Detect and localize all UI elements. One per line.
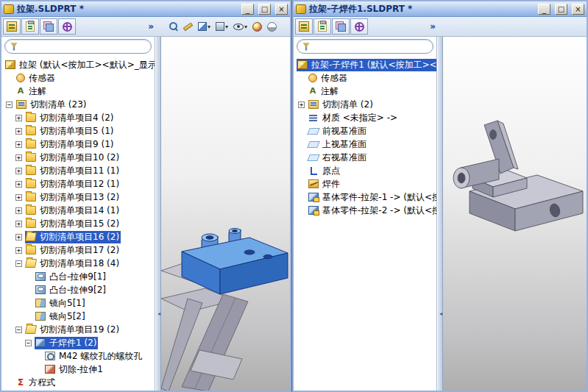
folder-open-icon <box>25 325 37 334</box>
expand-icon[interactable]: + <box>15 221 22 227</box>
featuremanager-tree-tab[interactable] <box>3 18 21 35</box>
expand-icon[interactable]: + <box>15 181 22 188</box>
solidworks-part-icon <box>296 4 306 14</box>
heads-up-view-toolbar: ▾ ▾ ▾ <box>167 18 279 35</box>
configurationmanager-tab[interactable] <box>332 18 350 35</box>
tree-item-mirror5-1[interactable]: 镜向5[1] <box>1 296 155 310</box>
titlebar[interactable]: 拉架-子焊件1.SLDPRT * _ □ × <box>294 1 587 17</box>
tree-item-cut-list-item-17[interactable]: +切割清单项目17 (2) <box>1 243 155 257</box>
expand-icon[interactable]: + <box>15 115 22 121</box>
expand-icon[interactable]: + <box>15 168 22 174</box>
tree-item-cut-list[interactable]: +切割清单 (2) <box>294 98 436 111</box>
propertymanager-tab[interactable] <box>314 18 331 35</box>
tree-item-boss-extrude9-1[interactable]: 凸台-拉伸9[1] <box>1 270 155 283</box>
tree-item-front-plane[interactable]: 前视基准面 <box>294 124 436 138</box>
minimize-button[interactable]: _ <box>241 4 254 15</box>
appearance-button[interactable] <box>250 18 264 35</box>
graphics-viewport[interactable] <box>443 37 587 391</box>
expand-icon[interactable]: + <box>15 234 22 240</box>
expand-icon[interactable]: + <box>298 101 305 108</box>
material-icon <box>308 113 319 122</box>
tree-item-cut-list-item-10[interactable]: +切割清单项目10 (2) <box>1 151 155 164</box>
dimxpert-tab[interactable] <box>58 18 76 35</box>
tree-item-cut-list-item-13[interactable]: +切割清单项目13 (2) <box>1 190 155 204</box>
tree-item-cut-list-item-15[interactable]: +切割清单项目15 (2) <box>1 217 155 230</box>
tree-item-equations[interactable]: Σ方程式 <box>1 376 155 389</box>
filter-input[interactable] <box>314 42 428 51</box>
3d-model-sub-weldment[interactable] <box>443 37 587 391</box>
folder-icon <box>26 140 36 149</box>
boss-extrude-icon <box>35 285 46 294</box>
restore-button[interactable]: □ <box>258 4 271 15</box>
panel-splitter[interactable]: ◂ <box>437 37 443 391</box>
close-button[interactable]: × <box>572 4 584 15</box>
annotations-icon: A <box>308 87 317 96</box>
tree-item-cut-extrude1[interactable]: 切除-拉伸1 <box>1 363 155 376</box>
tree-item-m42-tapped-hole[interactable]: M42 螺纹孔的螺纹孔 <box>1 349 155 363</box>
expand-icon[interactable]: + <box>15 194 22 201</box>
tab-overflow-chevron[interactable]: » <box>148 21 154 32</box>
3d-model-weldment-frame[interactable] <box>161 37 290 391</box>
expand-icon[interactable]: + <box>15 207 22 214</box>
expand-icon[interactable]: + <box>15 247 22 254</box>
tree-item-base-part-2[interactable]: 基体零件-拉架-2 -> (默认<按加 <box>294 204 436 217</box>
zoom-fit-button[interactable] <box>167 18 180 35</box>
view-orientation-button[interactable]: ▾ <box>213 18 230 35</box>
tree-item-cut-list-item-4[interactable]: +切割清单项目4 (2) <box>1 111 155 124</box>
tree-item-base-part-1[interactable]: 基体零件-拉架-1 -> (默认<按加 <box>294 190 436 204</box>
minimize-button[interactable]: _ <box>538 4 550 15</box>
tree-item-root-part[interactable]: 拉架 (默认<按加工><默认>_显示 <box>1 58 155 71</box>
dimxpert-tab[interactable] <box>350 18 368 35</box>
tree-item-annotations[interactable]: A注解 <box>294 85 436 98</box>
folder-icon <box>26 193 36 202</box>
folder-icon <box>26 126 36 135</box>
collapse-icon[interactable]: − <box>6 101 13 108</box>
tree-item-origin[interactable]: 原点 <box>294 164 436 177</box>
tree-item-top-plane[interactable]: 上视基准面 <box>294 138 436 151</box>
tree-item-root-part[interactable]: 拉架-子焊件1 (默认<按加工><<默 <box>294 58 436 71</box>
featuremanager-tree-tab[interactable] <box>295 18 313 35</box>
filter-input[interactable] <box>21 42 146 51</box>
tree-item-cut-list-item-9[interactable]: +切割清单项目9 (1) <box>1 138 155 151</box>
tab-overflow-chevron[interactable]: » <box>430 21 436 32</box>
scene-button[interactable] <box>265 18 279 35</box>
solidworks-workspace: { "glyphs": { "minimize": "_", "maximize… <box>0 0 588 392</box>
tree-item-material[interactable]: 材质 <未指定> -> <box>294 111 436 124</box>
panel-splitter[interactable]: ◂ <box>155 37 161 391</box>
collapse-icon[interactable]: − <box>15 327 22 333</box>
tree-item-cut-list-item-12[interactable]: +切割清单项目12 (1) <box>1 177 155 190</box>
tree-item-cut-list-item-19[interactable]: −切割清单项目19 (2) <box>1 323 155 336</box>
section-view-button[interactable]: ▾ <box>196 18 213 35</box>
propertymanager-tab[interactable] <box>21 18 39 35</box>
tree-item-boss-extrude9-2[interactable]: 凸台-拉伸9[2] <box>1 283 155 296</box>
tree-item-sensors[interactable]: 传感器 <box>294 71 436 85</box>
tree-item-weldment[interactable]: 焊件 <box>294 177 436 190</box>
folder-icon <box>26 246 36 254</box>
part-icon <box>297 60 308 69</box>
tree-item-cut-list-item-11[interactable]: +切割清单项目11 (1) <box>1 164 155 177</box>
tree-item-cut-list-item-16[interactable]: +切割清单项目16 (2) <box>1 230 155 243</box>
measure-button[interactable] <box>181 18 195 35</box>
expand-icon[interactable]: + <box>15 154 22 161</box>
collapse-icon[interactable]: − <box>25 340 32 346</box>
collapse-icon[interactable]: − <box>15 260 22 267</box>
tree-item-sub-weldment1[interactable]: −子焊件1 (2) <box>1 336 155 349</box>
filter-funnel-icon[interactable] <box>10 43 18 51</box>
hide-show-items-button[interactable]: ▾ <box>231 18 249 35</box>
tree-item-annotations[interactable]: A注解 <box>1 85 155 98</box>
restore-button[interactable]: □ <box>555 4 567 15</box>
expand-icon[interactable]: + <box>15 141 22 148</box>
configurationmanager-tab[interactable] <box>40 18 57 35</box>
expand-icon[interactable]: + <box>15 128 22 135</box>
tree-item-cut-list[interactable]: −切割清单 (23) <box>1 98 155 111</box>
titlebar[interactable]: 拉架.SLDPRT * _ □ × <box>1 1 290 17</box>
tree-item-mirror5-2[interactable]: 镜向5[2] <box>1 310 155 323</box>
tree-item-cut-list-item-5[interactable]: +切割清单项目5 (1) <box>1 124 155 138</box>
tree-item-cut-list-item-14[interactable]: +切割清单项目14 (1) <box>1 204 155 217</box>
tree-item-cut-list-item-18[interactable]: −切割清单项目18 (4) <box>1 257 155 270</box>
tree-item-right-plane[interactable]: 右视基准面 <box>294 151 436 164</box>
close-button[interactable]: × <box>275 4 288 15</box>
tree-item-sensors[interactable]: 传感器 <box>1 71 155 85</box>
filter-funnel-icon[interactable] <box>302 43 310 51</box>
graphics-viewport[interactable] <box>161 37 290 391</box>
